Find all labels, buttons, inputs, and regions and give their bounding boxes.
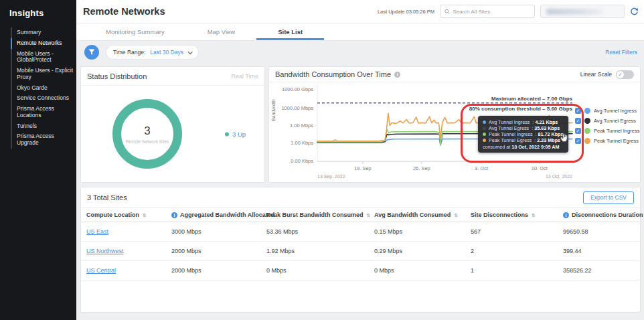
search-box[interactable] bbox=[440, 5, 535, 18]
sidebar-item-summary[interactable]: Summary bbox=[11, 27, 76, 38]
tooltip-footer: consumed at 13 Oct, 2022 9:05 AM bbox=[483, 144, 564, 150]
top-bar: Remote Networks Last Update 03:05:26 PM bbox=[76, 0, 644, 23]
legend-item-peak-tunnel-egress[interactable]: ✓Peak Tunnel Egress bbox=[575, 138, 639, 144]
sites-table-card: 3 Total Sites Export to CSV Compute Loca… bbox=[80, 187, 641, 313]
sort-icon[interactable]: ⇅ bbox=[367, 213, 371, 218]
info-icon[interactable]: i bbox=[394, 72, 400, 78]
tab-site-list[interactable]: Site List bbox=[256, 23, 324, 40]
sort-icon[interactable]: ⇅ bbox=[532, 213, 536, 218]
content-area: Status Distribution Real Time 3 Remote N… bbox=[76, 64, 644, 320]
legend-label: Peak Tunnel Egress bbox=[594, 138, 639, 144]
chevron-down-icon bbox=[188, 50, 193, 54]
column-header-avg-bandwidth-consumed[interactable]: Avg Bandwidth Consumed⇅ bbox=[369, 208, 465, 222]
sidebar-item-service-connections[interactable]: Service Connections bbox=[11, 93, 76, 104]
legend-checkbox[interactable]: ✓ bbox=[575, 138, 581, 144]
x-tick-label: 19. Sep bbox=[354, 165, 372, 171]
tab-map-view[interactable]: Map View bbox=[186, 23, 257, 40]
tooltip-text: Peak Tunnel Egress : 2.23 Mbps bbox=[489, 137, 560, 143]
linear-scale-toggle[interactable]: ✓ bbox=[616, 70, 634, 79]
legend-color-dot bbox=[584, 128, 590, 134]
table-row: US East3000 Mbps53.36 Mbps0.15 Mbps56799… bbox=[81, 222, 640, 242]
search-input[interactable] bbox=[453, 9, 530, 15]
legend-item-avg-tunnel-egress[interactable]: ✓Avg Tunnel Egress bbox=[575, 118, 639, 124]
x-tick-label: 10. Oct bbox=[532, 165, 548, 171]
refresh-icon[interactable] bbox=[630, 7, 639, 16]
column-header-site-disconnections[interactable]: Site Disconnections⇅ bbox=[465, 208, 558, 222]
legend-checkbox[interactable]: ✓ bbox=[575, 118, 581, 124]
filter-button[interactable] bbox=[84, 45, 99, 60]
up-status-link[interactable]: 3 Up bbox=[232, 131, 246, 138]
export-csv-button[interactable]: Export to CSV bbox=[583, 191, 634, 204]
sidebar-item-mobile-users-explicit-proxy[interactable]: Mobile Users - Explicit Proxy bbox=[11, 66, 76, 83]
tooltip-series-dot bbox=[483, 139, 486, 142]
max-allocated-label: Maximum allocated – 7.00 Gbps bbox=[491, 96, 572, 102]
tooltip-text: Peak Tunnel Ingress : 81.72 Kbps bbox=[489, 131, 563, 137]
table-cell: 0.29 Mbps bbox=[369, 242, 465, 261]
search-icon bbox=[445, 9, 450, 15]
tooltip-text: Avg Tunnel Ingress : 4.21 Kbps bbox=[489, 119, 558, 125]
sidebar-item-prisma-access-locations[interactable]: Prisma Access Locations bbox=[11, 104, 76, 121]
column-header-compute-location[interactable]: Compute Location⇅ bbox=[81, 208, 166, 222]
site-link-us-central[interactable]: US Central bbox=[86, 267, 116, 274]
funnel-icon bbox=[88, 49, 95, 56]
tooltip-series-dot bbox=[483, 121, 486, 124]
sort-icon[interactable]: ⇅ bbox=[143, 213, 147, 218]
y-tick-label: 1.00 Mbps bbox=[290, 123, 313, 129]
site-link-us-east[interactable]: US East bbox=[86, 228, 108, 235]
time-range-dropdown[interactable]: Time Range: Last 30 Days bbox=[106, 45, 199, 60]
legend-item-avg-tunnel-ingress[interactable]: ✓Avg Tunnel Ingress bbox=[575, 108, 639, 114]
sidebar-item-okyo-garde[interactable]: Okyo Garde bbox=[11, 83, 76, 94]
up-status-dot bbox=[225, 132, 229, 136]
table-cell: 0.15 Mbps bbox=[369, 222, 465, 242]
status-card-body: 3 Remote Network Sites 3 Up bbox=[81, 86, 264, 182]
info-icon[interactable]: i bbox=[563, 212, 569, 218]
sites-table: Compute Location⇅iAggregated Bandwidth A… bbox=[81, 208, 640, 281]
x-range-start-label: 13 Sep, 2022 bbox=[317, 174, 345, 179]
bandwidth-card: Bandwidth Consumption Over Time i Linear… bbox=[268, 66, 641, 183]
table-cell: 2 bbox=[465, 242, 558, 261]
x-range-end-label: 13 Oct, 2022 bbox=[546, 174, 572, 179]
account-selector-redacted[interactable] bbox=[540, 5, 625, 18]
tabs-bar: Monitoring SummaryMap ViewSite List bbox=[76, 23, 644, 41]
page-title: Remote Networks bbox=[83, 6, 165, 17]
sort-icon[interactable]: ⇅ bbox=[454, 213, 458, 218]
sidebar-item-mobile-users-globalprotect[interactable]: Mobile Users - GlobalProtect bbox=[11, 49, 76, 66]
real-time-badge: Real Time bbox=[231, 73, 258, 80]
column-header-aggregated-bandwidth-allocated: iAggregated Bandwidth Allocated bbox=[166, 208, 261, 222]
sidebar-item-tunnels[interactable]: Tunnels bbox=[11, 121, 76, 132]
sidebar-title: Insights bbox=[0, 0, 76, 27]
time-range-value: Last 30 Days bbox=[150, 49, 183, 56]
table-cell: 1 bbox=[465, 261, 558, 281]
table-header-row: Compute Location⇅iAggregated Bandwidth A… bbox=[81, 208, 640, 222]
y-tick-label: 1000.00 Gbps bbox=[282, 86, 313, 92]
last-update-text: Last Update 03:05:26 PM bbox=[378, 9, 434, 15]
tab-monitoring-summary[interactable]: Monitoring Summary bbox=[84, 23, 186, 40]
reset-filters-link[interactable]: Reset Filters bbox=[605, 49, 637, 56]
table-cell: 99650.58 bbox=[558, 222, 640, 242]
table-cell: 0 Mbps bbox=[369, 261, 465, 281]
y-tick-label: 1000.00 Mbps bbox=[281, 105, 313, 111]
legend-checkbox[interactable]: ✓ bbox=[575, 128, 581, 134]
legend-item-peak-tunnel-ingress[interactable]: ✓Peak Tunnel Ingress bbox=[575, 128, 639, 134]
legend-color-dot bbox=[584, 118, 590, 124]
legend-color-dot bbox=[584, 138, 590, 144]
sidebar: Insights SummaryRemote NetworksMobile Us… bbox=[0, 0, 76, 320]
status-card-title: Status Distribution bbox=[87, 72, 147, 80]
table-cell: 567 bbox=[465, 222, 558, 242]
info-icon[interactable]: i bbox=[171, 212, 177, 218]
table-cell: 1.92 Mbps bbox=[261, 242, 369, 261]
site-link-us-northwest[interactable]: US Northwest bbox=[86, 248, 124, 254]
chart-legend: ✓Avg Tunnel Ingress✓Avg Tunnel Egress✓Pe… bbox=[575, 108, 639, 144]
status-donut-chart[interactable]: 3 Remote Network Sites bbox=[112, 99, 182, 169]
cards-row: Status Distribution Real Time 3 Remote N… bbox=[80, 66, 641, 183]
column-header-peak-burst-bandwidth-consumed[interactable]: Peak Burst Bandwidth Consumed⇅ bbox=[261, 208, 369, 222]
status-distribution-card: Status Distribution Real Time 3 Remote N… bbox=[80, 66, 265, 183]
donut-center-value: 3 bbox=[144, 125, 150, 138]
sidebar-item-remote-networks[interactable]: Remote Networks bbox=[11, 38, 76, 49]
legend-checkbox[interactable]: ✓ bbox=[575, 108, 581, 114]
bandwidth-card-title: Bandwidth Consumption Over Time bbox=[275, 70, 391, 78]
legend-label: Peak Tunnel Ingress bbox=[594, 128, 639, 134]
x-tick-label: 3. Oct bbox=[475, 165, 489, 171]
threshold-label: 80% consumption threshold – 5.60 Gbps bbox=[469, 106, 573, 112]
sidebar-item-prisma-access-upgrade[interactable]: Prisma Access Upgrade bbox=[11, 131, 76, 149]
